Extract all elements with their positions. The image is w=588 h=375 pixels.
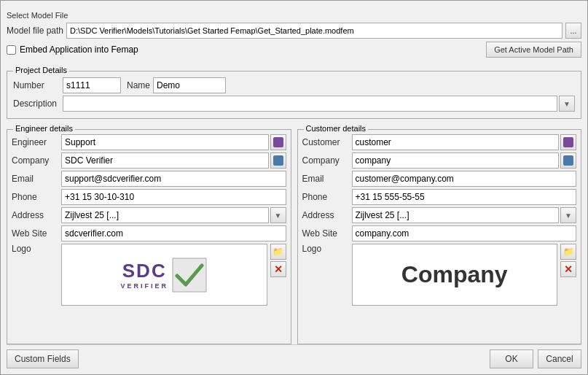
engineer-input[interactable]	[61, 134, 269, 150]
number-input[interactable]	[63, 77, 121, 93]
eng-delete-icon: ✕	[274, 263, 283, 275]
cust-address-chevron-icon: ▼	[565, 212, 572, 220]
main-dialog: Select Model File Model file path ... Em…	[0, 0, 588, 375]
name-label: Name	[127, 80, 150, 90]
cust-logo-delete-button[interactable]: ✕	[560, 261, 576, 277]
cancel-button[interactable]: Cancel	[538, 349, 581, 368]
company-logo-text: Company	[401, 261, 508, 288]
eng-company-button[interactable]	[270, 152, 286, 169]
engineer-label: Engineer	[12, 137, 61, 147]
cust-phone-label: Phone	[302, 192, 352, 202]
customer-person-button[interactable]	[560, 134, 576, 150]
eng-email-label: Email	[12, 174, 61, 184]
cust-logo-folder-button[interactable]: 📁	[560, 244, 576, 260]
footer-right: OK Cancel	[490, 349, 581, 368]
sdc-checkmark-icon	[171, 257, 208, 293]
cust-address-input[interactable]	[352, 207, 560, 223]
eng-address-input[interactable]	[61, 207, 269, 223]
eng-company-label: Company	[12, 155, 61, 166]
model-path-input[interactable]	[66, 23, 562, 39]
eng-email-input[interactable]	[61, 171, 286, 187]
eng-address-chevron-icon: ▼	[275, 212, 282, 220]
sdc-logo-text: SDC	[122, 260, 167, 282]
ok-button[interactable]: OK	[490, 349, 533, 368]
cust-address-dropdown[interactable]: ▼	[560, 207, 576, 223]
customer-input[interactable]	[352, 134, 560, 150]
description-input[interactable]	[63, 96, 557, 112]
get-active-button[interactable]: Get Active Model Path	[486, 42, 581, 58]
cust-email-input[interactable]	[352, 171, 577, 187]
description-label: Description	[13, 98, 63, 109]
number-label: Number	[13, 80, 63, 90]
embed-checkbox[interactable]	[7, 45, 16, 55]
cust-company-button[interactable]	[560, 152, 576, 169]
verifier-logo-text: VERIFIER	[120, 282, 168, 290]
engineer-section-title: Engineer details	[13, 124, 75, 133]
cust-address-label: Address	[302, 210, 352, 220]
cust-logo-label: Logo	[302, 244, 352, 254]
eng-website-label: Web Site	[12, 228, 61, 239]
eng-phone-input[interactable]	[61, 189, 286, 205]
eng-phone-label: Phone	[12, 192, 61, 202]
select-model-label: Select Model File	[7, 11, 581, 20]
eng-company-icon	[273, 155, 283, 166]
embed-label: Embed Application into Femap	[20, 45, 138, 55]
footer: Custom Fields OK Cancel	[7, 344, 581, 368]
eng-logo-label: Logo	[12, 244, 61, 254]
eng-website-input[interactable]	[61, 225, 286, 241]
description-dropdown-button[interactable]: ▼	[559, 96, 575, 112]
cust-email-label: Email	[302, 174, 352, 184]
name-input[interactable]	[153, 77, 226, 93]
browse-button[interactable]: ...	[565, 23, 581, 39]
cust-website-label: Web Site	[302, 228, 352, 239]
project-section-title: Project Details	[13, 66, 69, 74]
eng-folder-icon: 📁	[273, 247, 283, 257]
cust-folder-icon: 📁	[563, 247, 574, 257]
eng-logo-folder-button[interactable]: 📁	[270, 244, 286, 260]
cust-company-input[interactable]	[352, 152, 560, 169]
cust-website-input[interactable]	[352, 225, 577, 241]
eng-logo-area: SDC VERIFIER	[61, 244, 267, 306]
cust-logo-area: Company	[352, 244, 558, 306]
cust-company-icon	[563, 155, 573, 166]
eng-logo-delete-button[interactable]: ✕	[270, 261, 286, 277]
engineer-person-button[interactable]	[270, 134, 286, 150]
customer-label: Customer	[302, 137, 352, 147]
cust-phone-input[interactable]	[352, 189, 577, 205]
cust-company-label: Company	[302, 155, 352, 166]
project-details-section: Project Details Number Name Description …	[7, 71, 581, 119]
eng-address-label: Address	[12, 210, 61, 220]
eng-company-input[interactable]	[61, 152, 269, 169]
cust-delete-icon: ✕	[564, 263, 573, 275]
customer-section-title: Customer details	[304, 124, 369, 133]
chevron-down-icon: ▼	[563, 100, 571, 108]
eng-address-dropdown[interactable]: ▼	[270, 207, 286, 223]
model-path-label: Model file path	[7, 26, 63, 36]
customer-person-icon	[563, 137, 573, 147]
custom-fields-button[interactable]: Custom Fields	[7, 349, 79, 368]
engineer-person-icon	[273, 137, 283, 147]
